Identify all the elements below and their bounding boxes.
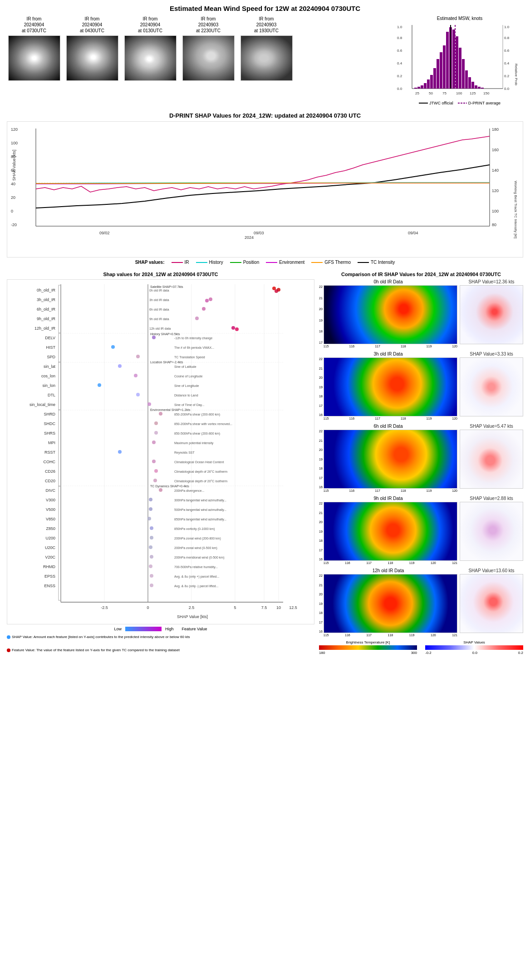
svg-point-114 xyxy=(152,336,156,339)
ir-comp-shap-4: SHAP Value=13.60 kts xyxy=(460,568,523,573)
ir-comp-right-1: SHAP Value=3.33 kts xyxy=(460,351,523,416)
svg-text:850-200hPa shear with vortex r: 850-200hPa shear with vortex removed... xyxy=(174,422,232,426)
svg-text:09/04: 09/04 xyxy=(408,231,418,235)
svg-point-171 xyxy=(149,498,152,501)
svg-text:0.0: 0.0 xyxy=(397,87,402,91)
svg-text:0.6: 0.6 xyxy=(397,49,402,53)
svg-rect-3 xyxy=(414,88,417,89)
svg-text:125: 125 xyxy=(470,91,476,95)
svg-point-137 xyxy=(147,402,151,406)
svg-text:20: 20 xyxy=(11,195,15,200)
svg-text:0h old IR data: 0h old IR data xyxy=(149,289,169,292)
shap-title: D-PRINT SHAP Values for 2024_12W: update… xyxy=(7,112,523,119)
svg-text:0.4: 0.4 xyxy=(397,61,402,65)
svg-text:850-500hPa shear (200-800 km): 850-500hPa shear (200-800 km) xyxy=(174,432,220,436)
ir-comparison-row-3: 9h old IR Data 22212019181716 1151161171… xyxy=(319,496,523,564)
svg-rect-22 xyxy=(475,85,477,89)
svg-point-157 xyxy=(152,460,156,463)
ir-comp-shap-0: SHAP Value=12.36 kts xyxy=(460,279,523,284)
ir-comp-subtitle-0: 0h old IR Data xyxy=(319,279,457,284)
shap-legend-ir-label: IR xyxy=(185,260,189,265)
svg-text:Working Best Track TC Intensit: Working Best Track TC Intensity [kt] xyxy=(514,181,518,238)
shap-legend-position-label: Position xyxy=(243,260,260,265)
svg-text:Reynolds SST: Reynolds SST xyxy=(174,451,195,455)
ir-image-label-3: IR from20240903at 2230UTC xyxy=(196,16,221,34)
msw-chart-svg: 25 50 75 100 125 150 0.0 0.2 0.4 0.6 0.8… xyxy=(396,23,523,100)
svg-text:Sine of Time of Day...: Sine of Time of Day... xyxy=(174,403,204,407)
svg-text:0.2: 0.2 xyxy=(504,74,510,78)
svg-point-128 xyxy=(134,374,137,377)
svg-text:ENSS: ENSS xyxy=(44,584,55,588)
svg-text:150: 150 xyxy=(483,91,490,95)
footnote-section: SHAP Value: Amount each feature [listed … xyxy=(7,635,314,652)
shap-legend-environment: Environment xyxy=(266,260,304,265)
svg-rect-111 xyxy=(59,333,61,362)
svg-point-131 xyxy=(98,383,101,387)
shap-low: -0.2 xyxy=(425,651,432,655)
shap-colorbar-bar xyxy=(425,645,523,650)
svg-text:200hPa zonal wind (0-500 km): 200hPa zonal wind (0-500 km) xyxy=(174,546,217,550)
svg-rect-10 xyxy=(437,59,439,89)
svg-text:200hPa zonal wind (200-800 km): 200hPa zonal wind (200-800 km) xyxy=(174,537,221,540)
svg-text:100: 100 xyxy=(11,141,18,145)
svg-text:0: 0 xyxy=(147,605,149,610)
ir-image-item-2: IR from20240904at 0130UTC xyxy=(123,16,177,81)
svg-point-189 xyxy=(150,555,153,559)
shap-legend-gfs-label: GFS Thermo xyxy=(324,260,351,265)
svg-rect-165 xyxy=(59,486,61,600)
svg-text:120: 120 xyxy=(492,188,499,193)
svg-rect-8 xyxy=(430,75,433,89)
svg-text:Climatological depth of 20°C i: Climatological depth of 20°C isotherm xyxy=(174,480,227,483)
svg-point-180 xyxy=(150,526,153,530)
msw-legend-jtwc-label: JTWC official xyxy=(429,101,453,105)
svg-point-117 xyxy=(111,345,115,349)
ir-comp-subtitle-2: 6h old IR Data xyxy=(319,424,457,429)
svg-point-163 xyxy=(153,479,157,482)
shap-legend-gfs: GFS Thermo xyxy=(311,260,351,265)
ir-image-label-4: IR from20240903at 1930UTC xyxy=(254,16,279,34)
footnote-feature-text: Feature Value: The value of the feature … xyxy=(12,648,180,652)
ir-image-item-1: IR from20240904at 0430UTC xyxy=(65,16,119,81)
svg-text:120: 120 xyxy=(11,127,18,132)
svg-point-195 xyxy=(150,574,153,578)
svg-point-98 xyxy=(209,297,212,301)
page-container: Estimated Mean Wind Speed for 12W at 202… xyxy=(0,0,530,659)
svg-text:Avg. & δu (only +) parcel lift: Avg. & δu (only +) parcel lifted... xyxy=(174,575,219,579)
svg-rect-16 xyxy=(456,36,458,89)
svg-text:6h old IR data: 6h old IR data xyxy=(149,308,169,311)
ir-comp-left-4: 12h old IR Data 22212019181716 115116117… xyxy=(319,568,457,637)
shap-legend-environment-label: Environment xyxy=(279,260,304,265)
svg-text:CD26: CD26 xyxy=(45,469,55,474)
svg-text:DELV: DELV xyxy=(45,336,55,340)
svg-text:140: 140 xyxy=(492,168,499,173)
svg-text:History SHAP=0.5kts: History SHAP=0.5kts xyxy=(150,332,180,336)
msw-section: Estimated MSW, knots xyxy=(396,16,523,105)
svg-text:HIST: HIST xyxy=(46,345,55,350)
svg-text:sin_lon: sin_lon xyxy=(42,383,55,388)
svg-point-99 xyxy=(205,299,209,302)
shap-legend-history: History xyxy=(196,260,223,265)
ir-comparison-row-4: 12h old IR Data 22212019181716 115116117… xyxy=(319,568,523,637)
svg-point-151 xyxy=(152,441,156,444)
svg-text:200hPa divergence...: 200hPa divergence... xyxy=(174,489,204,493)
ir-comparison-row-0: 0h old IR Data 222120191817 115116117118… xyxy=(319,279,523,348)
svg-text:SHAP Value [kts]: SHAP Value [kts] xyxy=(12,150,16,181)
svg-text:6h_old_IR: 6h_old_IR xyxy=(37,307,56,312)
svg-text:850hPa tangential wind azimuth: 850hPa tangential wind azimuthally... xyxy=(174,518,226,521)
svg-rect-19 xyxy=(465,70,468,89)
ir-image-label-2: IR from20240904at 0130UTC xyxy=(138,16,162,34)
footnote-dot-blue xyxy=(7,635,10,639)
svg-text:0.0: 0.0 xyxy=(504,87,510,91)
svg-rect-17 xyxy=(459,48,461,89)
ir-image-label-1: IR from20240904at 0430UTC xyxy=(80,16,104,34)
svg-text:Avg. & δu (only -) parcel lift: Avg. & δu (only -) parcel lifted... xyxy=(174,584,219,588)
ir-comp-left-2: 6h old IR Data 22212019181716 1151161171… xyxy=(319,424,457,492)
svg-text:EPSS: EPSS xyxy=(44,574,55,579)
ir-comp-right-3: SHAP Value=2.88 kts xyxy=(460,496,523,561)
ir-images-section: IR from20240904at 0730UTC IR from2024090… xyxy=(7,16,392,81)
svg-text:SHAP Value [kts]: SHAP Value [kts] xyxy=(177,614,208,619)
ir-comparison-row-1: 3h old IR Data 22212019181716 1151161171… xyxy=(319,351,523,420)
svg-text:Sine of Latitude: Sine of Latitude xyxy=(174,365,196,368)
ir-image-item-4: IR from20240903at 1930UTC xyxy=(239,16,294,81)
svg-text:500hPa tangential wind azimuth: 500hPa tangential wind azimuthally... xyxy=(174,508,226,512)
